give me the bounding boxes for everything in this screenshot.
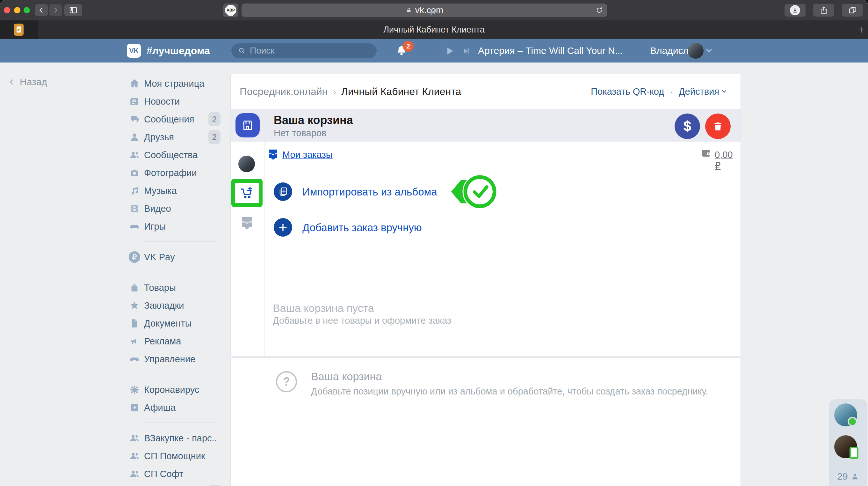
shop-app-icon[interactable] [236,113,260,138]
sidebar-item-label: Моя страница [144,75,204,92]
mini-sidebar-avatar[interactable] [238,155,255,172]
chevron-down-icon [706,49,712,53]
now-playing-title[interactable]: Артерия – Time Will Call Your N... [478,39,623,62]
friend-avatar[interactable] [834,403,857,426]
chevron-down-icon [722,90,726,93]
cart-subtitle: Нет товаров [274,127,326,138]
back-label: Назад [20,77,47,87]
add-order-label[interactable]: Добавить заказ вручную [302,222,422,233]
sidebar-item-label: ВЗакупке - парс.. [144,429,217,447]
friends-online-count[interactable]: 29 [829,470,867,483]
money-button[interactable]: $ [675,114,700,139]
help-title: Ваша корзина [311,370,382,383]
camera-icon [127,164,142,182]
help-text: Добавьте позиции вручную или из альбома … [311,385,708,397]
users-icon [127,483,142,486]
video-icon [127,200,142,218]
new-tab-button[interactable]: + [855,21,868,39]
next-track-icon [462,47,471,56]
add-order-button[interactable] [274,218,292,237]
tab-bar: Личный Кабинет Клиента + [0,21,868,39]
sidebar-item-21[interactable]: ВЗакупке - парс.. [126,429,221,447]
sidebar-item-15[interactable]: Реклама [126,332,221,350]
megaphone-icon [127,332,142,350]
actions-separator: · [670,86,673,97]
tab-overview-button[interactable] [842,4,863,17]
notification-badge: 2 [403,41,413,52]
search-input[interactable] [249,45,365,56]
friend-avatar[interactable] [834,435,857,458]
actions-menu[interactable]: Действия [679,86,726,97]
news-icon [127,92,142,110]
sidebar-item-7[interactable]: Видео [126,200,221,218]
clear-cart-button[interactable] [705,114,731,139]
sidebar-item-13[interactable]: Закладки [126,296,221,314]
lock-icon [406,7,412,14]
vk-logo[interactable]: VK [127,44,141,58]
import-from-album-label[interactable]: Импортировать из альбома [302,186,437,198]
reload-button[interactable] [595,6,603,17]
zoom-window-button[interactable] [24,7,30,13]
breadcrumb-parent[interactable]: Посредник.онлайн [240,86,328,97]
sidebar-item-24[interactable] [126,483,221,486]
search-box[interactable] [231,44,377,58]
my-orders-link[interactable]: Мои заказы [282,149,333,160]
back-button[interactable] [35,4,48,16]
address-bar[interactable]: vk.com [242,3,607,17]
home-icon [127,75,142,92]
sidebar-item-8[interactable]: Игры [126,218,221,235]
sidebar-item-10[interactable]: ₽VK Pay [126,248,221,266]
client-cabinet-card: Посредник.онлайн › Личный Кабинет Клиент… [230,74,741,356]
cart-tab-highlight[interactable] [231,179,262,207]
import-from-album-button[interactable] [274,182,292,201]
user-menu-chevron[interactable] [706,39,712,62]
share-icon [819,6,828,15]
forward-button[interactable] [49,4,62,16]
minimize-window-button[interactable] [14,7,21,13]
friends-online-widget: 29 [829,399,867,486]
my-orders-icon [267,148,279,161]
star-icon [127,296,142,314]
notifications-button[interactable]: 2 [395,44,414,59]
active-tab[interactable]: Личный Кабинет Клиента [0,21,868,39]
hashtag-link[interactable]: #лучшедома [147,39,210,62]
cart-balance[interactable]: 0,00 ₽ [715,149,741,171]
show-qr-link[interactable]: Показать QR-код [591,86,664,97]
mobile-online-icon [849,447,859,459]
sidebar-item-4[interactable]: Сообщества [126,146,221,164]
sidebar-item-0[interactable]: Моя страница [126,75,221,92]
empty-cart-title: Ваша корзина пуста [273,302,374,315]
sidebar-item-23[interactable]: СП Софт [126,465,221,483]
sidebar-item-18[interactable]: Коронавирус [126,381,221,399]
sidebar-item-1[interactable]: Новости [126,92,221,110]
back-link[interactable]: Назад [8,77,47,87]
sidebar-item-12[interactable]: Товары [126,279,221,296]
player-next-button[interactable] [462,47,471,57]
sidebar-icon [69,6,78,15]
virus-icon [127,381,142,399]
orders-tab[interactable] [240,215,254,231]
close-window-button[interactable] [4,7,10,13]
play-icon [444,46,455,56]
player-prev-button[interactable] [428,8,437,18]
sidebar-item-22[interactable]: СП Помощник [126,447,221,465]
tabs-icon [848,6,857,15]
share-button[interactable] [813,4,834,17]
sidebar-item-label: Игры [144,218,166,235]
player-play-button[interactable] [444,46,455,58]
sidebar-item-label: Сообщения [144,110,194,128]
downloads-button[interactable] [784,4,806,17]
sidebar-item-6[interactable]: Музыка [126,182,221,200]
sidebar-item-3[interactable]: Друзья2 [126,128,221,146]
sidebar-item-5[interactable]: Фотографии [126,164,221,182]
sidebar-item-14[interactable]: Документы [126,314,221,332]
user-avatar[interactable] [688,43,704,59]
sidebar-toggle-button[interactable] [64,4,82,16]
sidebar-item-19[interactable]: Афиша [126,399,221,417]
sidebar-item-label: Афиша [144,399,176,417]
ruble-icon: ₽ [127,248,142,266]
adblock-extension-button[interactable]: ABP [223,3,238,17]
sidebar-item-label: СП Софт [144,465,183,483]
sidebar-item-16[interactable]: Управление [126,350,221,368]
sidebar-item-2[interactable]: Сообщения2 [126,110,221,128]
